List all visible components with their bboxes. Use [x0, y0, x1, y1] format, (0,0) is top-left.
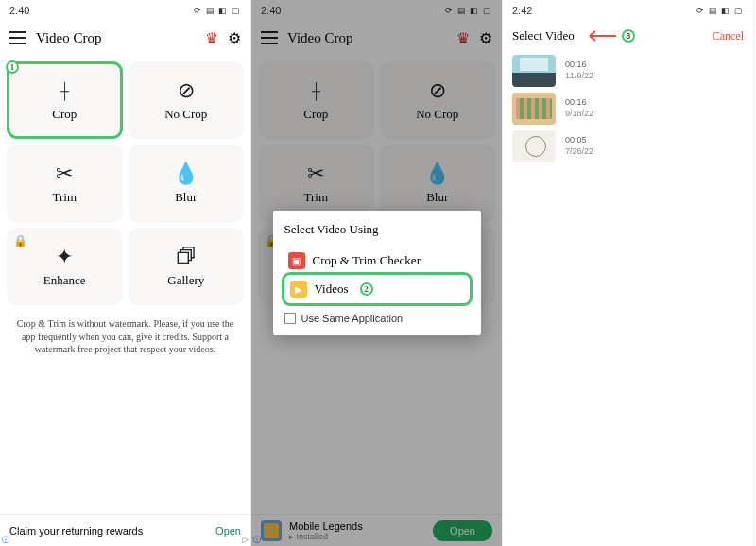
step-badge-1: 1: [6, 60, 19, 74]
screen-3: 2:42 ⟳ ▤ ◧ ▢ Select Video 3 Cancel 00:16…: [503, 0, 754, 546]
gallery-icon: 🗇: [176, 245, 197, 269]
video-meta: 00:16 9/18/22: [565, 97, 593, 119]
checkbox-label: Use Same Application: [301, 313, 404, 324]
ad-row[interactable]: ⓘ Claim your returning rewards Open ▷: [0, 514, 250, 546]
checkbox-icon[interactable]: [284, 313, 296, 324]
video-duration: 00:16: [565, 60, 593, 71]
tile-blur[interactable]: 💧 Blur: [129, 145, 244, 221]
video-thumb: [512, 130, 556, 162]
tile-label: Crop: [52, 107, 77, 122]
screen-1: 2:40 ⟳ ▤ ◧ ▢ Video Crop ♛ ⚙ 1 ⟊ Crop ⊘ N…: [0, 0, 251, 546]
status-icons: ⟳ ▤ ◧ ▢: [696, 6, 744, 15]
footer-description: Crop & Trim is without watermark. Please…: [0, 312, 250, 362]
tile-label: Blur: [175, 190, 197, 205]
video-item[interactable]: 00:16 11/9/22: [512, 55, 744, 87]
ad-close-icon[interactable]: ▷: [242, 535, 249, 544]
clock: 2:42: [512, 5, 532, 16]
video-date: 11/9/22: [565, 71, 593, 82]
menu-icon[interactable]: [9, 31, 26, 44]
video-meta: 00:16 11/9/22: [565, 60, 593, 81]
video-thumb: [512, 55, 556, 87]
nocrop-icon: ⊘: [178, 78, 195, 103]
tile-enhance[interactable]: 🔒 ✦ Enhance: [8, 229, 122, 304]
use-same-app-row[interactable]: Use Same Application: [284, 313, 470, 324]
blur-icon: 💧: [173, 162, 198, 186]
video-meta: 00:05 7/26/22: [565, 135, 593, 157]
tile-label: Gallery: [167, 273, 204, 288]
video-thumb: [512, 93, 556, 125]
tile-trim[interactable]: ✂ Trim: [8, 145, 122, 221]
app-title: Video Crop: [36, 30, 196, 46]
tool-grid: 1 ⟊ Crop ⊘ No Crop ✂ Trim 💧 Blur 🔒 ✦ Enh…: [0, 55, 250, 312]
option-label: Crop & Trim Checker: [313, 253, 421, 268]
step-badge-3: 3: [622, 29, 635, 43]
step-badge-2: 2: [360, 282, 373, 296]
video-item[interactable]: 00:16 9/18/22: [512, 93, 744, 125]
tile-gallery[interactable]: 🗇 Gallery: [129, 229, 244, 304]
video-duration: 00:16: [565, 97, 593, 109]
app-icon-crop: ▣: [288, 252, 305, 269]
video-item[interactable]: 00:05 7/26/22: [512, 130, 744, 162]
status-bar: 2:42 ⟳ ▤ ◧ ▢: [503, 0, 753, 21]
status-bar: 2:40 ⟳ ▤ ◧ ▢: [0, 0, 250, 21]
modal-scrim[interactable]: Select Video Using ▣ Crop & Trim Checker…: [251, 0, 502, 546]
option-label: Videos: [315, 282, 349, 297]
video-list: 00:16 11/9/22 00:16 9/18/22 00:05 7/26/2…: [503, 51, 753, 166]
arrow-annotation-icon: [584, 30, 616, 42]
cancel-button[interactable]: Cancel: [713, 29, 744, 43]
page-title: Select Video: [512, 28, 575, 43]
ad-info-icon[interactable]: ⓘ: [2, 537, 9, 544]
dialog-title: Select Video Using: [284, 222, 470, 237]
ad-open-button[interactable]: Open: [215, 525, 241, 537]
crop-icon: ⟊: [59, 78, 71, 103]
tile-label: No Crop: [164, 107, 207, 122]
enhance-icon: ✦: [56, 245, 73, 269]
app-icon-videos: ▶: [290, 281, 307, 298]
tile-label: Trim: [52, 190, 77, 205]
premium-icon[interactable]: ♛: [205, 29, 218, 47]
dialog-option-videos[interactable]: ▶ Videos 2: [284, 275, 470, 303]
select-video-dialog: Select Video Using ▣ Crop & Trim Checker…: [273, 211, 481, 335]
select-video-bar: Select Video 3 Cancel: [503, 21, 753, 51]
app-bar: Video Crop ♛ ⚙: [0, 21, 250, 55]
clock: 2:40: [9, 5, 29, 16]
tile-label: Enhance: [43, 273, 86, 288]
tile-crop[interactable]: 1 ⟊ Crop: [8, 62, 122, 138]
lock-icon: 🔒: [13, 234, 27, 248]
settings-icon[interactable]: ⚙: [228, 29, 241, 47]
trim-icon: ✂: [56, 162, 73, 186]
dialog-option-crop-trim[interactable]: ▣ Crop & Trim Checker: [284, 247, 470, 275]
screen-2: 2:40 ⟳ ▤ ◧ ▢ Video Crop ♛ ⚙ ⟊ Crop ⊘ No …: [251, 0, 503, 546]
ad-text: Claim your returning rewards: [9, 525, 143, 537]
video-duration: 00:05: [565, 135, 593, 146]
video-date: 9/18/22: [565, 109, 593, 120]
tile-nocrop[interactable]: ⊘ No Crop: [129, 62, 244, 138]
video-date: 7/26/22: [565, 146, 593, 158]
status-icons: ⟳ ▤ ◧ ▢: [194, 6, 241, 15]
